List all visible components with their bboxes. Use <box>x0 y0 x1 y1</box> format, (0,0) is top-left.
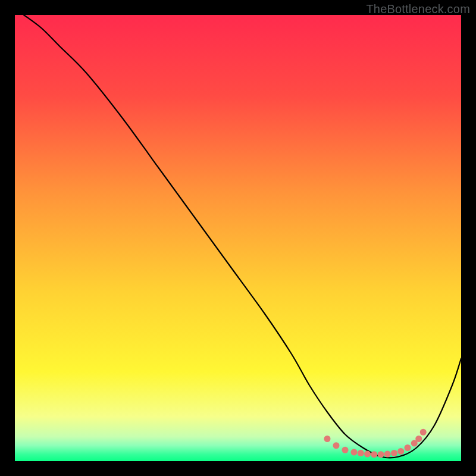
marker-dot <box>333 442 340 449</box>
attribution-text: TheBottleneck.com <box>366 2 470 16</box>
marker-dot <box>397 448 404 455</box>
marker-dot <box>371 451 377 458</box>
marker-dot <box>364 451 371 458</box>
marker-dot <box>405 444 411 451</box>
chart-background <box>15 15 461 461</box>
marker-dot <box>391 450 397 456</box>
marker-dot <box>378 451 384 458</box>
marker-dot <box>415 436 422 442</box>
marker-dot <box>342 447 349 453</box>
marker-dot <box>358 450 364 456</box>
marker-dot <box>384 451 391 458</box>
marker-dot <box>351 449 358 456</box>
marker-dot <box>324 436 331 442</box>
chart-frame: TheBottleneck.com <box>0 0 476 476</box>
marker-dot <box>420 429 427 436</box>
bottleneck-chart <box>15 15 461 461</box>
